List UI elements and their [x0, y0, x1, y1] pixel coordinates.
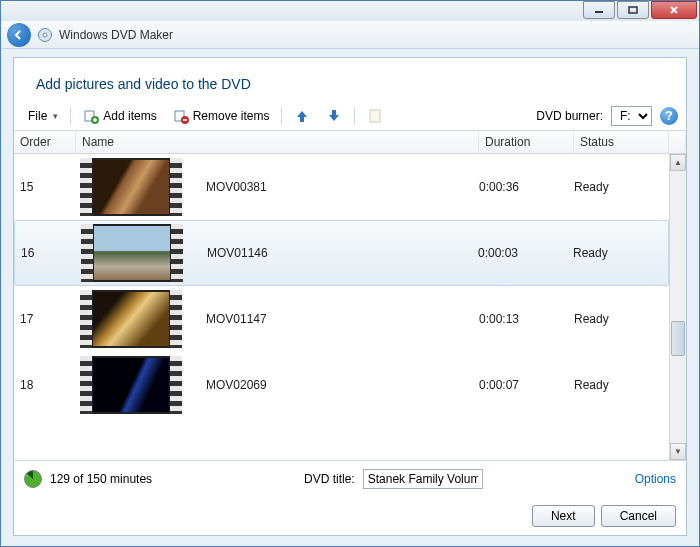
minutes-used: 129 of 150 minutes [50, 472, 152, 486]
cell-name: MOV00381 [76, 158, 479, 216]
file-menu-label: File [28, 109, 47, 123]
add-icon [83, 108, 99, 124]
cell-name: MOV01146 [77, 224, 478, 282]
burner-label: DVD burner: [536, 109, 607, 123]
list-body: 15MOV003810:00:36Ready16MOV011460:00:03R… [14, 154, 686, 460]
dvd-title-label: DVD title: [304, 472, 355, 486]
arrow-down-icon [326, 108, 342, 124]
cancel-button[interactable]: Cancel [601, 505, 676, 527]
back-button[interactable] [7, 23, 31, 47]
table-row[interactable]: 17MOV011470:00:13Ready [14, 286, 669, 352]
video-thumbnail [81, 224, 183, 282]
file-menu[interactable]: File [22, 107, 64, 125]
cell-order: 18 [14, 378, 76, 392]
dvd-title-input[interactable] [363, 469, 483, 489]
svg-point-5 [43, 33, 47, 37]
column-status[interactable]: Status [574, 131, 669, 153]
window-frame: Windows DVD Maker Add pictures and video… [0, 0, 700, 547]
arrow-up-icon [294, 108, 310, 124]
svg-rect-10 [370, 110, 380, 122]
column-name[interactable]: Name [76, 131, 479, 153]
cell-status: Ready [574, 180, 669, 194]
scroll-down-button[interactable]: ▼ [670, 443, 686, 460]
remove-items-button[interactable]: Remove items [167, 106, 276, 126]
options-link[interactable]: Options [635, 472, 676, 486]
video-thumbnail [80, 158, 182, 216]
remove-items-label: Remove items [193, 109, 270, 123]
properties-icon [367, 108, 383, 124]
help-button[interactable]: ? [660, 107, 678, 125]
move-down-button[interactable] [320, 106, 348, 126]
close-button[interactable] [651, 1, 697, 19]
cell-order: 17 [14, 312, 76, 326]
vertical-scrollbar[interactable]: ▲ ▼ [669, 154, 686, 460]
app-title: Windows DVD Maker [59, 28, 173, 42]
video-thumbnail [80, 356, 182, 414]
help-icon: ? [665, 109, 672, 123]
maximize-button[interactable] [617, 1, 649, 19]
titlebar [1, 1, 699, 21]
cell-order: 15 [14, 180, 76, 194]
svg-rect-1 [629, 7, 637, 13]
list-header: Order Name Duration Status [14, 131, 686, 154]
page-title: Add pictures and video to the DVD [14, 58, 686, 102]
table-row[interactable]: 15MOV003810:00:36Ready [14, 154, 669, 220]
button-bar: Next Cancel [14, 497, 686, 535]
remove-icon [173, 108, 189, 124]
properties-button[interactable] [361, 106, 389, 126]
cell-order: 16 [15, 246, 77, 260]
column-spacer [669, 131, 686, 153]
file-name: MOV01146 [207, 246, 268, 260]
cell-name: MOV01147 [76, 290, 479, 348]
navbar: Windows DVD Maker [1, 21, 699, 49]
cell-name: MOV02069 [76, 356, 479, 414]
cell-duration: 0:00:36 [479, 180, 574, 194]
scroll-up-button[interactable]: ▲ [670, 154, 686, 171]
separator [281, 107, 282, 125]
column-order[interactable]: Order [14, 131, 76, 153]
scroll-track[interactable] [670, 171, 686, 443]
cell-duration: 0:00:13 [479, 312, 574, 326]
add-items-button[interactable]: Add items [77, 106, 162, 126]
column-duration[interactable]: Duration [479, 131, 574, 153]
cell-status: Ready [573, 246, 668, 260]
separator [70, 107, 71, 125]
file-name: MOV02069 [206, 378, 267, 392]
add-items-label: Add items [103, 109, 156, 123]
table-row[interactable]: 16MOV011460:00:03Ready [14, 220, 669, 286]
toolbar: File Add items Remove items [14, 102, 686, 131]
cell-status: Ready [574, 378, 669, 392]
statusbar: 129 of 150 minutes DVD title: Options [14, 460, 686, 497]
disc-usage-icon [24, 470, 42, 488]
file-name: MOV01147 [206, 312, 267, 326]
burner-select[interactable]: F: [611, 106, 652, 126]
cell-duration: 0:00:07 [479, 378, 574, 392]
file-name: MOV00381 [206, 180, 267, 194]
next-button[interactable]: Next [532, 505, 595, 527]
video-thumbnail [80, 290, 182, 348]
separator [354, 107, 355, 125]
move-up-button[interactable] [288, 106, 316, 126]
app-icon [37, 27, 53, 43]
table-row[interactable]: 18MOV020690:00:07Ready [14, 352, 669, 418]
cell-duration: 0:00:03 [478, 246, 573, 260]
scroll-thumb[interactable] [671, 321, 685, 356]
cell-status: Ready [574, 312, 669, 326]
minimize-button[interactable] [583, 1, 615, 19]
content-panel: Add pictures and video to the DVD File A… [13, 57, 687, 536]
